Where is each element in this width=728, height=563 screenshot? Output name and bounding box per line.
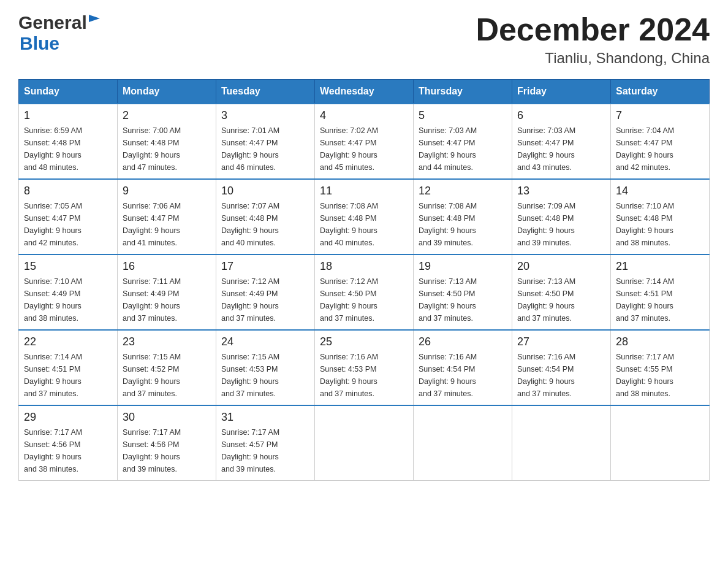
day-info: Sunrise: 7:09 AMSunset: 4:48 PMDaylight:… xyxy=(517,200,605,249)
day-info: Sunrise: 7:07 AMSunset: 4:48 PMDaylight:… xyxy=(221,200,309,249)
day-info: Sunrise: 7:17 AMSunset: 4:57 PMDaylight:… xyxy=(221,426,309,475)
day-info: Sunrise: 7:01 AMSunset: 4:47 PMDaylight:… xyxy=(221,124,309,174)
weekday-header-monday: Monday xyxy=(118,80,216,104)
day-number: 29 xyxy=(24,411,112,424)
day-info: Sunrise: 7:15 AMSunset: 4:52 PMDaylight:… xyxy=(123,351,211,400)
calendar-cell: 10Sunrise: 7:07 AMSunset: 4:48 PMDayligh… xyxy=(216,179,315,255)
day-number: 14 xyxy=(616,185,704,197)
calendar-cell: 7Sunrise: 7:04 AMSunset: 4:47 PMDaylight… xyxy=(611,104,710,179)
day-number: 3 xyxy=(221,109,309,122)
calendar-cell: 27Sunrise: 7:16 AMSunset: 4:54 PMDayligh… xyxy=(512,330,611,405)
logo: General Blue xyxy=(18,12,100,54)
day-info: Sunrise: 7:06 AMSunset: 4:47 PMDaylight:… xyxy=(123,200,211,249)
day-info: Sunrise: 7:16 AMSunset: 4:54 PMDaylight:… xyxy=(517,351,605,400)
calendar-cell: 12Sunrise: 7:08 AMSunset: 4:48 PMDayligh… xyxy=(414,179,512,255)
calendar-cell: 14Sunrise: 7:10 AMSunset: 4:48 PMDayligh… xyxy=(611,179,710,255)
calendar-cell: 6Sunrise: 7:03 AMSunset: 4:47 PMDaylight… xyxy=(512,104,611,179)
calendar-cell: 16Sunrise: 7:11 AMSunset: 4:49 PMDayligh… xyxy=(118,255,216,330)
weekday-header-tuesday: Tuesday xyxy=(216,80,315,104)
logo-blue-text: Blue xyxy=(20,33,59,53)
calendar-cell: 18Sunrise: 7:12 AMSunset: 4:50 PMDayligh… xyxy=(315,255,414,330)
day-number: 20 xyxy=(517,260,605,273)
calendar-week-row: 22Sunrise: 7:14 AMSunset: 4:51 PMDayligh… xyxy=(19,330,710,405)
calendar-cell: 19Sunrise: 7:13 AMSunset: 4:50 PMDayligh… xyxy=(414,255,512,330)
day-info: Sunrise: 6:59 AMSunset: 4:48 PMDaylight:… xyxy=(24,124,112,174)
day-number: 31 xyxy=(221,411,309,424)
page-header: General Blue December 2024 Tianliu, Shan… xyxy=(18,12,710,67)
day-info: Sunrise: 7:08 AMSunset: 4:48 PMDaylight:… xyxy=(320,200,408,249)
day-number: 19 xyxy=(419,260,507,273)
day-number: 9 xyxy=(123,185,211,197)
calendar-cell: 2Sunrise: 7:00 AMSunset: 4:48 PMDaylight… xyxy=(118,104,216,179)
calendar-cell: 3Sunrise: 7:01 AMSunset: 4:47 PMDaylight… xyxy=(216,104,315,179)
day-number: 16 xyxy=(123,260,211,273)
calendar-cell: 23Sunrise: 7:15 AMSunset: 4:52 PMDayligh… xyxy=(118,330,216,405)
calendar-cell: 26Sunrise: 7:16 AMSunset: 4:54 PMDayligh… xyxy=(414,330,512,405)
day-info: Sunrise: 7:17 AMSunset: 4:55 PMDaylight:… xyxy=(616,351,704,400)
day-number: 8 xyxy=(24,185,112,197)
day-info: Sunrise: 7:08 AMSunset: 4:48 PMDaylight:… xyxy=(419,200,507,249)
calendar-week-row: 29Sunrise: 7:17 AMSunset: 4:56 PMDayligh… xyxy=(19,405,710,481)
day-number: 26 xyxy=(419,335,507,348)
day-info: Sunrise: 7:13 AMSunset: 4:50 PMDaylight:… xyxy=(419,275,507,324)
weekday-header-friday: Friday xyxy=(512,80,611,104)
day-info: Sunrise: 7:16 AMSunset: 4:54 PMDaylight:… xyxy=(419,351,507,400)
weekday-header-sunday: Sunday xyxy=(19,80,118,104)
calendar-cell: 30Sunrise: 7:17 AMSunset: 4:56 PMDayligh… xyxy=(118,405,216,481)
day-number: 1 xyxy=(24,109,112,122)
day-number: 12 xyxy=(419,185,507,197)
calendar-week-row: 8Sunrise: 7:05 AMSunset: 4:47 PMDaylight… xyxy=(19,179,710,255)
day-number: 28 xyxy=(616,335,704,348)
day-number: 15 xyxy=(24,260,112,273)
calendar-table: SundayMondayTuesdayWednesdayThursdayFrid… xyxy=(18,79,710,481)
location-title: Tianliu, Shandong, China xyxy=(476,50,710,67)
calendar-cell: 25Sunrise: 7:16 AMSunset: 4:53 PMDayligh… xyxy=(315,330,414,405)
calendar-cell xyxy=(611,405,710,481)
day-info: Sunrise: 7:13 AMSunset: 4:50 PMDaylight:… xyxy=(517,275,605,324)
title-section: December 2024 Tianliu, Shandong, China xyxy=(476,12,710,67)
calendar-cell xyxy=(512,405,611,481)
day-info: Sunrise: 7:12 AMSunset: 4:50 PMDaylight:… xyxy=(320,275,408,324)
day-info: Sunrise: 7:00 AMSunset: 4:48 PMDaylight:… xyxy=(123,124,211,174)
logo-flag-icon xyxy=(89,15,100,28)
day-number: 27 xyxy=(517,335,605,348)
calendar-cell: 9Sunrise: 7:06 AMSunset: 4:47 PMDaylight… xyxy=(118,179,216,255)
calendar-cell: 28Sunrise: 7:17 AMSunset: 4:55 PMDayligh… xyxy=(611,330,710,405)
day-number: 17 xyxy=(221,260,309,273)
calendar-cell: 20Sunrise: 7:13 AMSunset: 4:50 PMDayligh… xyxy=(512,255,611,330)
day-number: 6 xyxy=(517,109,605,122)
day-number: 4 xyxy=(320,109,408,122)
weekday-header-thursday: Thursday xyxy=(414,80,512,104)
month-title: December 2024 xyxy=(476,12,710,47)
day-number: 23 xyxy=(123,335,211,348)
day-number: 18 xyxy=(320,260,408,273)
day-info: Sunrise: 7:10 AMSunset: 4:49 PMDaylight:… xyxy=(24,275,112,324)
weekday-header-wednesday: Wednesday xyxy=(315,80,414,104)
day-info: Sunrise: 7:05 AMSunset: 4:47 PMDaylight:… xyxy=(24,200,112,249)
weekday-header-row: SundayMondayTuesdayWednesdayThursdayFrid… xyxy=(19,80,710,104)
day-number: 21 xyxy=(616,260,704,273)
calendar-week-row: 1Sunrise: 6:59 AMSunset: 4:48 PMDaylight… xyxy=(19,104,710,179)
day-info: Sunrise: 7:04 AMSunset: 4:47 PMDaylight:… xyxy=(616,124,704,174)
svg-marker-0 xyxy=(89,15,100,22)
day-info: Sunrise: 7:03 AMSunset: 4:47 PMDaylight:… xyxy=(517,124,605,174)
day-info: Sunrise: 7:14 AMSunset: 4:51 PMDaylight:… xyxy=(24,351,112,400)
day-info: Sunrise: 7:17 AMSunset: 4:56 PMDaylight:… xyxy=(123,426,211,475)
calendar-cell xyxy=(414,405,512,481)
calendar-cell: 4Sunrise: 7:02 AMSunset: 4:47 PMDaylight… xyxy=(315,104,414,179)
weekday-header-saturday: Saturday xyxy=(611,80,710,104)
day-info: Sunrise: 7:11 AMSunset: 4:49 PMDaylight:… xyxy=(123,275,211,324)
day-info: Sunrise: 7:16 AMSunset: 4:53 PMDaylight:… xyxy=(320,351,408,400)
day-info: Sunrise: 7:03 AMSunset: 4:47 PMDaylight:… xyxy=(419,124,507,174)
day-number: 11 xyxy=(320,185,408,197)
calendar-cell: 15Sunrise: 7:10 AMSunset: 4:49 PMDayligh… xyxy=(19,255,118,330)
day-number: 2 xyxy=(123,109,211,122)
calendar-cell: 22Sunrise: 7:14 AMSunset: 4:51 PMDayligh… xyxy=(19,330,118,405)
calendar-cell: 24Sunrise: 7:15 AMSunset: 4:53 PMDayligh… xyxy=(216,330,315,405)
day-info: Sunrise: 7:15 AMSunset: 4:53 PMDaylight:… xyxy=(221,351,309,400)
calendar-cell: 5Sunrise: 7:03 AMSunset: 4:47 PMDaylight… xyxy=(414,104,512,179)
day-info: Sunrise: 7:17 AMSunset: 4:56 PMDaylight:… xyxy=(24,426,112,475)
day-info: Sunrise: 7:10 AMSunset: 4:48 PMDaylight:… xyxy=(616,200,704,249)
day-number: 13 xyxy=(517,185,605,197)
calendar-cell: 21Sunrise: 7:14 AMSunset: 4:51 PMDayligh… xyxy=(611,255,710,330)
